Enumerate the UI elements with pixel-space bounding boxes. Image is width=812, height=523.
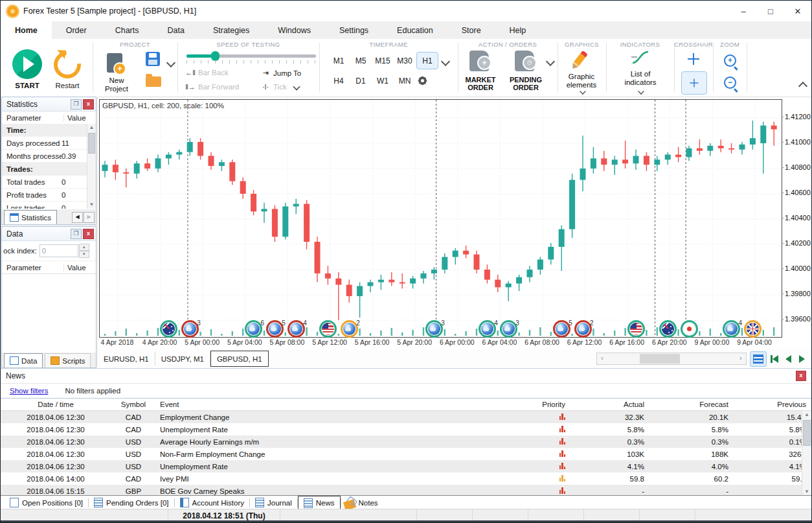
menu-item-store[interactable]: Store — [447, 21, 495, 39]
time-axis[interactable]: 4 Apr 20184 Apr 20:005 Apr 00:005 Apr 04… — [99, 338, 781, 348]
timeframe-button-m15[interactable]: M15 — [372, 52, 393, 69]
graphic-elements-button[interactable] — [577, 51, 583, 67]
news-marker-icon[interactable] — [659, 320, 677, 338]
menu-item-strategies[interactable]: Strategies — [199, 21, 264, 39]
new-project-button[interactable]: + — [107, 53, 122, 73]
timeframe-dropdown-chevron-icon[interactable] — [441, 57, 450, 66]
news-scrollbar[interactable]: ▲ ▼ — [802, 411, 811, 496]
tick-button[interactable]: ·ǀ·Tick — [260, 83, 300, 91]
arrange-windows-button[interactable] — [750, 351, 767, 367]
news-row[interactable]: 2018.04.06 12:30CADUnemployment Rate5.8%… — [1, 423, 811, 436]
statistics-restore-icon[interactable]: ❐ — [71, 99, 82, 110]
menu-item-charts[interactable]: Charts — [101, 21, 153, 39]
data-close-icon[interactable]: x — [83, 229, 94, 239]
news-marker-icon[interactable]: 2 — [574, 320, 592, 338]
news-marker-icon[interactable]: 3 — [425, 320, 443, 338]
chart-tab-gbpusd[interactable]: GBPUSD, H1 — [210, 351, 269, 367]
close-button[interactable]: ✕ — [784, 1, 811, 21]
timeframe-button-w1[interactable]: W1 — [372, 73, 393, 89]
news-marker-icon[interactable]: 6 — [245, 320, 262, 338]
timeframe-button-h4[interactable]: H4 — [328, 73, 349, 89]
timeframe-button-m1[interactable]: M1 — [328, 52, 349, 69]
speed-slider[interactable] — [186, 54, 316, 58]
news-marker-icon[interactable]: 3 — [500, 320, 517, 338]
bottom-tab-notes[interactable]: Notes — [341, 496, 383, 509]
menu-item-education[interactable]: Education — [383, 21, 447, 39]
restart-button[interactable] — [48, 45, 86, 84]
news-marker-icon[interactable]: 5 — [266, 320, 284, 338]
chart-canvas[interactable]: GBPUSD, H1, cell: 200, scale: 100% 36542… — [99, 99, 782, 338]
project-dropdown-chevron-icon[interactable] — [166, 58, 175, 67]
news-close-icon[interactable]: x — [796, 371, 806, 381]
chart-tab-usdjpy[interactable]: USDJPY, M1 — [155, 352, 210, 366]
ribbon-collapse-chevron-icon[interactable] — [798, 82, 807, 91]
bottom-tab-journal[interactable]: Journal — [250, 496, 297, 509]
menu-item-home[interactable]: Home — [1, 21, 52, 39]
chart-horizontal-scrollbar[interactable]: ‹ › — [596, 353, 747, 365]
news-marker-icon[interactable] — [160, 320, 177, 338]
scroll-left-arrow[interactable]: ‹ — [597, 353, 607, 364]
bottom-tab-open-positions-[interactable]: Open Positions [0] — [5, 496, 88, 509]
timeframe-button-h1[interactable]: H1 — [416, 52, 438, 69]
orders-dropdown-chevron-icon[interactable] — [546, 57, 555, 66]
tab-statistics[interactable]: Statistics — [4, 210, 57, 224]
timeframe-settings-gear-icon[interactable] — [418, 76, 427, 86]
maximize-button[interactable]: □ — [757, 1, 784, 21]
tab-data[interactable]: Data — [4, 353, 43, 367]
go-prev-button[interactable] — [782, 353, 794, 365]
indicators-dropdown-chevron-icon[interactable] — [638, 88, 644, 95]
go-next-button[interactable] — [796, 353, 807, 365]
tab-scripts[interactable]: Scripts — [45, 353, 91, 367]
list-of-indicators-button[interactable] — [631, 49, 650, 66]
news-row[interactable]: 2018.04.06 12:30USDAverage Hourly Earnin… — [1, 436, 811, 448]
crosshair-button[interactable] — [688, 53, 699, 65]
minimize-button[interactable]: – — [730, 1, 757, 21]
statistics-close-icon[interactable]: x — [83, 99, 94, 110]
jump-to-button[interactable]: ⇥Jump To — [260, 69, 301, 77]
bottom-tab-pending-orders-[interactable]: Pending Orders [0] — [89, 496, 174, 509]
timeframe-button-m30[interactable]: M30 — [394, 52, 415, 69]
speed-slider-thumb[interactable] — [211, 51, 220, 61]
save-project-button[interactable] — [146, 52, 160, 66]
start-button[interactable] — [12, 49, 42, 79]
statistics-scrollbar[interactable]: ▲▼ — [87, 124, 96, 209]
news-row[interactable]: 2018.04.06 12:30USDNon-Farm Employment C… — [1, 448, 811, 460]
timeframe-button-d1[interactable]: D1 — [350, 73, 371, 89]
news-row[interactable]: 2018.04.06 14:00CADIvey PMI59.860.259.6 — [1, 472, 811, 485]
menu-item-windows[interactable]: Windows — [264, 21, 325, 39]
menu-item-data[interactable]: Data — [153, 21, 199, 39]
lock-index-input[interactable] — [39, 244, 78, 257]
timeframe-button-mn[interactable]: MN — [394, 73, 415, 89]
bar-forward-button[interactable]: ǁ→Bar Forward — [185, 83, 239, 91]
news-row[interactable]: 2018.04.06 12:30USDUnemployment Rate4.1%… — [1, 460, 811, 472]
stats-tabs-right-arrow[interactable]: ▶ — [84, 212, 95, 223]
zoom-out-button[interactable]: − — [724, 76, 736, 89]
news-marker-icon[interactable] — [627, 320, 645, 338]
bar-back-button[interactable]: ←ǁBar Back — [185, 69, 229, 76]
open-project-button[interactable] — [146, 76, 161, 87]
menu-item-help[interactable]: Help — [495, 21, 541, 39]
news-marker-icon[interactable] — [744, 320, 761, 338]
timeframe-button-m5[interactable]: M5 — [350, 52, 371, 69]
news-marker-icon[interactable]: 5 — [553, 320, 570, 338]
news-marker-icon[interactable]: 4 — [479, 320, 496, 338]
market-order-button[interactable]: + — [469, 51, 489, 71]
lock-index-down-arrow[interactable]: ▼ — [79, 251, 89, 258]
news-marker-icon[interactable] — [319, 320, 337, 338]
news-marker-icon[interactable]: 4 — [288, 320, 305, 338]
go-last-button[interactable] — [809, 353, 812, 365]
tick-dropdown-chevron-icon[interactable] — [293, 83, 300, 90]
crosshair-sync-button[interactable] — [681, 71, 707, 95]
lock-index-stepper[interactable]: ▲▼ — [39, 244, 89, 258]
menu-item-order[interactable]: Order — [52, 21, 101, 39]
scroll-thumb[interactable] — [640, 354, 680, 364]
go-first-button[interactable] — [769, 353, 780, 365]
bottom-tab-news[interactable]: News — [298, 496, 341, 510]
news-marker-icon[interactable]: 4 — [723, 320, 740, 338]
show-filters-link[interactable]: Show filters — [10, 387, 48, 395]
news-marker-icon[interactable]: 3 — [181, 320, 199, 338]
chart-tab-eurusd[interactable]: EURUSD, H1 — [98, 352, 155, 366]
news-row[interactable]: 2018.04.06 12:30CADEmployment Change32.3… — [1, 411, 811, 423]
data-restore-icon[interactable]: ❐ — [71, 229, 82, 239]
zoom-in-button[interactable]: + — [724, 54, 736, 67]
